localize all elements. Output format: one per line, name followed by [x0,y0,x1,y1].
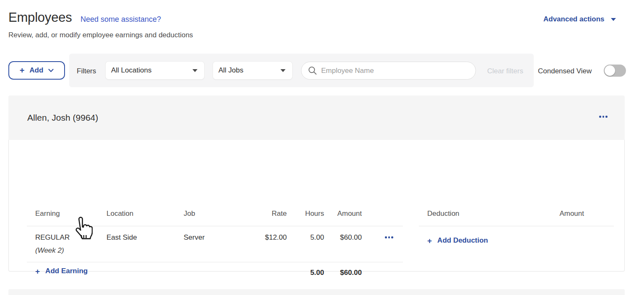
earnings-col-earning: Earning [35,210,60,218]
employee-name: Allen, Josh (9964) [27,113,98,123]
employee-card-header: Allen, Josh (9964) [8,96,625,140]
filters-label: Filters [77,67,96,75]
assistance-link[interactable]: Need some assistance? [80,15,161,24]
earnings-header-rule [27,226,403,226]
job-cell: Server [184,233,205,242]
earning-note-cell: (Week 2) [35,246,64,255]
condensed-view-label: Condensed View [538,67,592,75]
add-deduction-button[interactable]: + Add Deduction [427,236,488,245]
employees-page: Employees Need some assistance? Review, … [0,0,644,295]
deductions-header-rule [419,226,614,226]
deductions-col-amount: Amount [542,210,584,218]
employee-card-body: Earning Location Job Rate Hours Amount R… [8,140,625,272]
clear-filters-button[interactable]: Clear filters [487,67,523,75]
earnings-col-rate: Rate [245,210,287,218]
rate-cell: $12.00 [245,233,287,242]
employee-card: Allen, Josh (9964) Earning Location Job … [8,96,625,272]
caret-down-icon [280,69,286,72]
next-employee-card-partial [8,289,625,295]
search-icon [308,66,317,75]
locations-dropdown[interactable]: All Locations [105,61,205,80]
add-deduction-label: Add Deduction [437,236,488,245]
jobs-dropdown-value: All Jobs [218,66,244,75]
plus-icon: + [35,267,40,275]
plus-icon: + [427,237,432,245]
caret-down-icon [192,69,197,72]
employee-search [301,62,476,80]
earnings-col-job: Job [184,210,195,218]
page-title: Employees [8,10,72,25]
search-input[interactable] [321,67,470,75]
add-button-label: Add [29,66,43,75]
caret-down-icon [611,18,616,21]
chevron-down-icon [48,69,54,72]
amount-cell: $60.00 [320,233,362,242]
advanced-actions-label: Advanced actions [543,15,605,23]
hours-cell: 5.00 [282,233,324,242]
total-hours: 5.00 [282,269,324,277]
toggle-knob [605,65,615,76]
locations-dropdown-value: All Locations [111,66,151,75]
earning-cell: REGULAR [35,233,70,242]
earnings-col-amount: Amount [320,210,362,218]
page-subtitle: Review, add, or modify employee earnings… [8,31,193,39]
add-earning-label: Add Earning [45,267,88,275]
location-cell: East Side [106,233,137,242]
employee-menu-kebab-icon[interactable] [597,114,609,119]
add-earning-button[interactable]: + Add Earning [35,267,88,275]
jobs-dropdown[interactable]: All Jobs [213,61,293,80]
earning-row-kebab-icon[interactable] [383,235,395,240]
earnings-col-hours: Hours [282,210,324,218]
deductions-col-deduction: Deduction [427,210,460,218]
condensed-view-toggle[interactable] [604,65,626,77]
total-amount: $60.00 [320,269,362,277]
plus-icon: + [20,66,25,75]
earnings-row-rule [27,262,403,262]
add-button[interactable]: + Add [8,61,65,80]
earnings-col-location: Location [106,210,133,218]
advanced-actions-dropdown[interactable]: Advanced actions [543,15,616,23]
